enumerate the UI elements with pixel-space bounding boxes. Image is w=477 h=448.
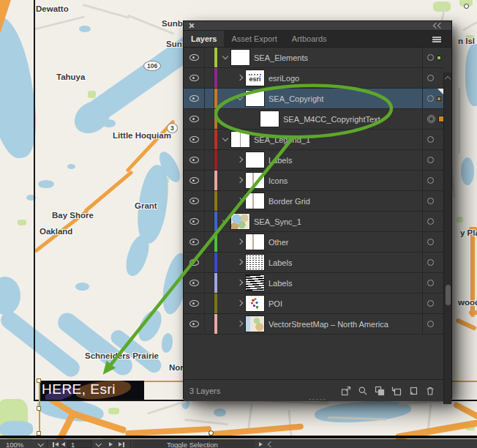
- anchor-point[interactable]: [209, 430, 214, 436]
- visibility-toggle[interactable]: [184, 150, 205, 170]
- lock-toggle[interactable]: [205, 109, 214, 129]
- target-circle[interactable]: [427, 198, 434, 204]
- layer-thumbnail[interactable]: [231, 50, 249, 65]
- expand-arrow[interactable]: [237, 96, 243, 102]
- layer-name[interactable]: Labels: [268, 156, 422, 165]
- selection-handle[interactable]: [37, 406, 41, 411]
- zoom-dropdown-icon[interactable]: [38, 440, 42, 448]
- lock-toggle[interactable]: [205, 273, 214, 293]
- layer-name[interactable]: esriLogo: [268, 74, 422, 83]
- target-circle[interactable]: [427, 157, 434, 163]
- target-circle[interactable]: [427, 280, 434, 286]
- lock-toggle[interactable]: [205, 191, 214, 211]
- status-menu-label[interactable]: Toggle Selection: [167, 440, 218, 448]
- visibility-toggle[interactable]: [184, 130, 205, 149]
- artboard-dropdown-icon[interactable]: [96, 440, 100, 448]
- lock-toggle[interactable]: [205, 130, 214, 149]
- previous-artboard-button[interactable]: [61, 440, 65, 448]
- anchor-point[interactable]: [464, 4, 469, 9]
- tab-asset-export[interactable]: Asset Export: [224, 31, 284, 47]
- artboard-number-field[interactable]: 1: [67, 441, 92, 448]
- expand-arrow[interactable]: [222, 219, 228, 225]
- expand-arrow[interactable]: [222, 55, 228, 61]
- tab-artboards[interactable]: Artboards: [285, 31, 334, 47]
- layer-row[interactable]: Labels: [184, 253, 444, 273]
- lock-toggle[interactable]: [205, 314, 214, 334]
- expand-arrow[interactable]: [237, 75, 243, 81]
- target-circle[interactable]: [427, 239, 434, 245]
- lock-toggle[interactable]: [205, 253, 214, 272]
- layer-thumbnail[interactable]: [246, 193, 264, 209]
- panel-resize-handle[interactable]: [308, 398, 327, 400]
- zoom-level[interactable]: 100%: [6, 440, 23, 448]
- layer-name[interactable]: POI: [268, 299, 422, 308]
- expand-arrow[interactable]: [237, 178, 243, 184]
- layer-thumbnail[interactable]: esri: [246, 70, 264, 86]
- visibility-toggle[interactable]: [184, 232, 205, 252]
- visibility-toggle[interactable]: [184, 253, 205, 272]
- copyright-text-object[interactable]: HERE, Esri: [40, 381, 144, 400]
- layer-row[interactable]: Icons: [184, 171, 444, 191]
- lock-toggle[interactable]: [205, 232, 214, 252]
- tab-layers[interactable]: Layers: [184, 31, 224, 47]
- target-circle[interactable]: [427, 136, 434, 143]
- layer-name[interactable]: SEA_Sync_1: [254, 217, 422, 226]
- target-circle[interactable]: [427, 218, 434, 225]
- layer-row[interactable]: Labels: [184, 150, 444, 171]
- layer-thumbnail[interactable]: [246, 91, 264, 106]
- visibility-toggle[interactable]: [184, 273, 205, 293]
- panel-menu-icon[interactable]: [432, 37, 441, 42]
- expand-arrow[interactable]: [237, 260, 243, 266]
- close-icon[interactable]: [188, 23, 194, 29]
- status-menu-arrow[interactable]: [259, 440, 263, 448]
- selection-handle[interactable]: [37, 431, 41, 436]
- visibility-toggle[interactable]: [184, 109, 205, 129]
- locate-object-icon[interactable]: [358, 386, 368, 396]
- layer-row[interactable]: SEA_Elements: [184, 48, 444, 68]
- expand-arrow[interactable]: [237, 157, 243, 163]
- layer-row[interactable]: SEA_Copyright: [184, 89, 444, 109]
- expand-arrow[interactable]: [237, 239, 243, 245]
- layer-row[interactable]: VectorStreetMap – North America: [184, 314, 444, 335]
- scroll-up-icon[interactable]: [445, 76, 451, 82]
- visibility-toggle[interactable]: [184, 48, 205, 67]
- make-clipping-mask-icon[interactable]: [375, 386, 385, 396]
- delete-icon[interactable]: [425, 386, 435, 396]
- visibility-toggle[interactable]: [184, 314, 205, 334]
- target-circle[interactable]: [427, 75, 434, 81]
- lock-toggle[interactable]: [205, 212, 214, 231]
- layer-thumbnail[interactable]: [231, 132, 249, 147]
- collect-for-export-icon[interactable]: [341, 386, 351, 396]
- expand-arrow[interactable]: [237, 198, 243, 204]
- expand-arrow[interactable]: [237, 301, 243, 307]
- expand-arrow[interactable]: [222, 137, 228, 143]
- selection-handle[interactable]: [37, 378, 41, 383]
- lock-toggle[interactable]: [205, 89, 214, 108]
- layer-thumbnail[interactable]: [246, 173, 264, 188]
- layer-row[interactable]: Border Grid: [184, 191, 444, 212]
- visibility-toggle[interactable]: [184, 212, 205, 231]
- first-artboard-button[interactable]: [52, 440, 59, 448]
- target-circle[interactable]: [427, 95, 434, 102]
- splitter-chevron-icon[interactable]: [268, 440, 273, 448]
- visibility-toggle[interactable]: [184, 89, 205, 108]
- layer-name[interactable]: Border Grid: [268, 197, 422, 206]
- visibility-toggle[interactable]: [184, 294, 205, 313]
- panel-scrollbar[interactable]: [443, 72, 451, 404]
- layer-row[interactable]: Other: [184, 232, 444, 253]
- layer-thumbnail[interactable]: [246, 234, 264, 250]
- lock-toggle[interactable]: [205, 294, 214, 313]
- layer-name[interactable]: SEA_Legend_1: [254, 135, 422, 144]
- visibility-toggle[interactable]: [184, 68, 205, 88]
- lock-toggle[interactable]: [205, 171, 214, 190]
- visibility-toggle[interactable]: [184, 171, 205, 190]
- layer-name[interactable]: SEA_M4CC_CopyrightText: [283, 115, 422, 124]
- layer-row[interactable]: POI: [184, 294, 444, 314]
- target-circle[interactable]: [427, 115, 435, 123]
- target-circle[interactable]: [427, 300, 434, 307]
- layer-row[interactable]: esriesriLogo: [184, 68, 444, 89]
- layer-name[interactable]: Labels: [268, 279, 422, 288]
- lock-toggle[interactable]: [205, 48, 214, 67]
- target-circle[interactable]: [427, 177, 434, 184]
- layer-name[interactable]: SEA_Elements: [254, 53, 422, 62]
